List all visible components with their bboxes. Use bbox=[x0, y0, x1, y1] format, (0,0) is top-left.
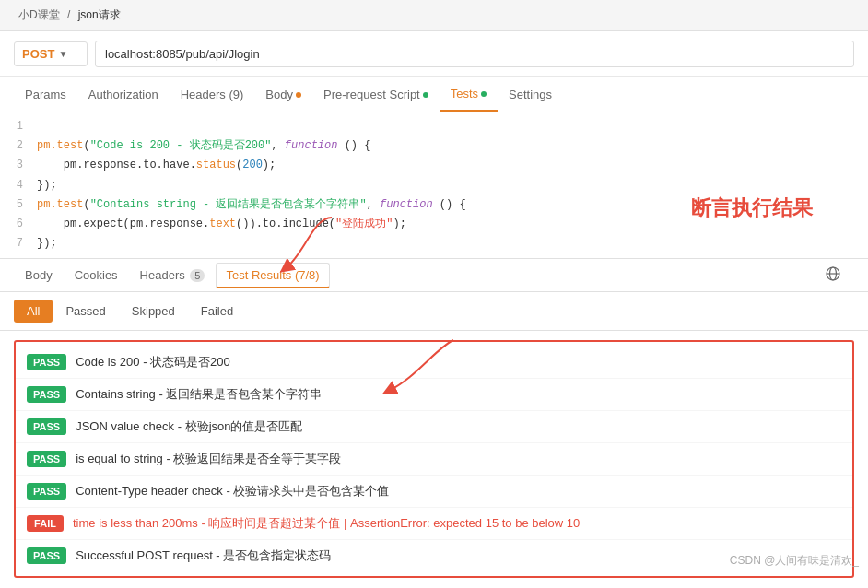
result-text-0: Code is 200 - 状态码是否200 bbox=[76, 354, 230, 370]
resp-tab-body-label: Body bbox=[25, 268, 53, 282]
tab-body-label: Body bbox=[265, 88, 293, 101]
result-text-3: is equal to string - 校验返回结果是否全等于某字段 bbox=[76, 451, 341, 467]
filter-all-label: All bbox=[27, 304, 40, 318]
code-line-5: 5 pm.test("Contains string - 返回结果是否包含某个字… bbox=[0, 195, 868, 215]
result-item-0: PASSCode is 200 - 状态码是否200 bbox=[16, 347, 852, 379]
method-arrow: ▼ bbox=[58, 49, 67, 59]
fail-badge: FAIL bbox=[27, 515, 64, 532]
code-line-7: 7 }); bbox=[0, 234, 868, 253]
code-line-1: 1 bbox=[0, 117, 868, 136]
result-item-4: PASSContent-Type header check - 校验请求头中是否… bbox=[16, 476, 852, 508]
tab-headers[interactable]: Headers (9) bbox=[170, 78, 255, 111]
resp-tab-headers-label: Headers 5 bbox=[140, 268, 205, 282]
result-item-6: PASSSuccessful POST request - 是否包含指定状态码 bbox=[16, 540, 852, 571]
breadcrumb: 小D课堂 / json请求 bbox=[0, 0, 868, 31]
result-text-4: Content-Type header check - 校验请求头中是否包含某个… bbox=[76, 483, 389, 500]
filter-failed-label: Failed bbox=[201, 304, 233, 318]
globe-icon[interactable] bbox=[812, 259, 854, 291]
resp-tab-headers[interactable]: Headers 5 bbox=[129, 261, 217, 289]
code-editor: 1 2 pm.test("Code is 200 - 状态码是否200", fu… bbox=[0, 112, 868, 259]
filter-failed[interactable]: Failed bbox=[188, 300, 246, 323]
result-item-1: PASSContains string - 返回结果是否包含某个字符串 bbox=[16, 379, 852, 411]
tab-authorization-label: Authorization bbox=[88, 88, 158, 101]
tab-tests[interactable]: Tests bbox=[440, 77, 498, 112]
resp-tab-cookies[interactable]: Cookies bbox=[64, 261, 129, 289]
tab-headers-label: Headers (9) bbox=[181, 88, 244, 101]
code-line-3: 3 pm.response.to.have.status(200); bbox=[0, 156, 868, 175]
tab-authorization[interactable]: Authorization bbox=[77, 78, 170, 111]
url-bar: POST ▼ bbox=[0, 31, 868, 77]
code-line-6: 6 pm.expect(pm.response.text()).to.inclu… bbox=[0, 215, 868, 234]
tab-tests-label: Tests bbox=[451, 87, 478, 100]
results-wrapper: PASSCode is 200 - 状态码是否200PASSContains s… bbox=[0, 340, 868, 578]
pass-badge: PASS bbox=[27, 418, 66, 435]
line-num-3: 3 bbox=[0, 157, 32, 174]
line-num-6: 6 bbox=[0, 216, 32, 233]
tab-params[interactable]: Params bbox=[14, 78, 77, 111]
watermark: CSDN @人间有味是清欢_ bbox=[730, 553, 859, 569]
filter-passed-label: Passed bbox=[65, 304, 105, 318]
tests-dot bbox=[481, 91, 487, 97]
body-dot bbox=[296, 92, 301, 98]
pass-badge: PASS bbox=[27, 451, 66, 467]
result-text-6: Successful POST request - 是否包含指定状态码 bbox=[76, 547, 331, 564]
response-tabs: Body Cookies Headers 5 Test Results (7/8… bbox=[0, 259, 868, 292]
result-item-5: FAILtime is less than 200ms - 响应时间是否超过某个… bbox=[16, 508, 852, 540]
method-select[interactable]: POST ▼ bbox=[14, 41, 88, 66]
pass-badge: PASS bbox=[27, 354, 66, 370]
resp-tab-test-results-label: Test Results (7/8) bbox=[226, 268, 319, 282]
result-item-2: PASSJSON value check - 校验json的值是否匹配 bbox=[16, 411, 852, 443]
resp-tab-cookies-label: Cookies bbox=[75, 268, 118, 282]
results-container: PASSCode is 200 - 状态码是否200PASSContains s… bbox=[14, 340, 854, 578]
result-text-1: Contains string - 返回结果是否包含某个字符串 bbox=[76, 386, 322, 403]
tab-params-label: Params bbox=[25, 88, 66, 101]
filter-skipped[interactable]: Skipped bbox=[119, 300, 188, 323]
line-num-2: 2 bbox=[0, 137, 32, 155]
pass-badge: PASS bbox=[27, 547, 66, 564]
breadcrumb-current: json请求 bbox=[78, 8, 121, 21]
url-input[interactable] bbox=[95, 41, 854, 67]
breadcrumb-separator: / bbox=[67, 8, 70, 21]
pass-badge: PASS bbox=[27, 386, 66, 403]
method-label: POST bbox=[22, 47, 54, 61]
line-num-7: 7 bbox=[0, 235, 32, 253]
response-tabs-area: Body Cookies Headers 5 Test Results (7/8… bbox=[0, 259, 868, 292]
tab-settings-label: Settings bbox=[509, 88, 552, 101]
resp-tab-body[interactable]: Body bbox=[14, 261, 64, 289]
line-num-5: 5 bbox=[0, 196, 32, 214]
result-text-2: JSON value check - 校验json的值是否匹配 bbox=[76, 418, 302, 435]
line-num-1: 1 bbox=[0, 118, 32, 135]
prerequest-dot bbox=[423, 92, 428, 98]
filter-all[interactable]: All bbox=[14, 300, 53, 323]
tab-settings[interactable]: Settings bbox=[498, 78, 563, 111]
breadcrumb-parent: 小D课堂 bbox=[18, 8, 60, 21]
resp-tab-test-results[interactable]: Test Results (7/8) bbox=[216, 263, 329, 288]
tab-prerequest[interactable]: Pre-request Script bbox=[312, 78, 440, 111]
code-line-4: 4 }); bbox=[0, 176, 868, 195]
filter-passed[interactable]: Passed bbox=[53, 300, 118, 323]
filter-skipped-label: Skipped bbox=[132, 304, 175, 318]
filter-tabs: All Passed Skipped Failed bbox=[0, 292, 868, 331]
tab-prerequest-label: Pre-request Script bbox=[323, 88, 420, 101]
line-num-4: 4 bbox=[0, 177, 32, 194]
code-line-2: 2 pm.test("Code is 200 - 状态码是否200", func… bbox=[0, 136, 868, 156]
tab-body[interactable]: Body bbox=[254, 78, 312, 111]
pass-badge: PASS bbox=[27, 483, 66, 500]
result-text-5: time is less than 200ms - 响应时间是否超过某个值 | … bbox=[73, 515, 580, 532]
result-item-3: PASSis equal to string - 校验返回结果是否全等于某字段 bbox=[16, 443, 852, 476]
tabs-row: Params Authorization Headers (9) Body Pr… bbox=[0, 77, 868, 112]
